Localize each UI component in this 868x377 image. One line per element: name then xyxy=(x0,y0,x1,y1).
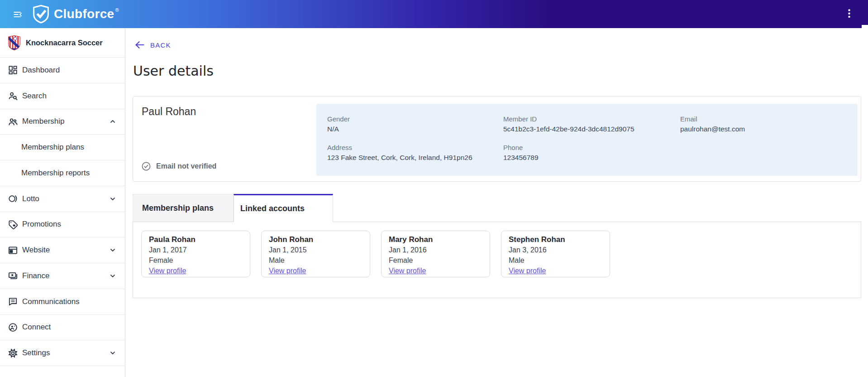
account-date: Jan 1, 2015 xyxy=(269,245,362,255)
info-field-email: Emailpaulrohan@test.com xyxy=(680,114,745,134)
view-profile-link[interactable]: View profile xyxy=(149,266,186,276)
club-crest-icon xyxy=(8,35,20,50)
chevron-down-icon xyxy=(110,247,116,253)
info-column: Emailpaulrohan@test.com xyxy=(680,104,745,134)
registered-mark: ® xyxy=(115,7,119,13)
account-name: Mary Rohan xyxy=(389,234,482,245)
chevron-down-icon xyxy=(110,196,116,202)
field-value: N/A xyxy=(327,124,472,134)
sidebar-item-membership[interactable]: Membership xyxy=(0,109,125,135)
info-column: GenderN/AAddress123 Fake Street, Cork, C… xyxy=(327,104,472,163)
chevron-up-icon xyxy=(110,118,116,125)
search-icon xyxy=(8,91,18,101)
sidebar-item-membership-reports[interactable]: Membership reports xyxy=(0,160,125,186)
overflow-menu-button[interactable] xyxy=(844,8,855,20)
account-gender: Male xyxy=(509,255,602,266)
kebab-menu-icon xyxy=(844,8,855,20)
sidebar-item-finance[interactable]: Finance xyxy=(0,263,125,289)
view-profile-link[interactable]: View profile xyxy=(509,266,546,276)
sidebar-item-promotions[interactable]: Promotions xyxy=(0,212,125,238)
linked-account-card: Paula RohanJan 1, 2017FemaleView profile xyxy=(141,231,250,277)
sidebar-item-website[interactable]: Website xyxy=(0,237,125,263)
chevron-down-icon xyxy=(110,350,116,356)
account-gender: Female xyxy=(149,255,243,266)
account-name: Paula Rohan xyxy=(149,234,243,245)
account-gender: Female xyxy=(389,255,482,266)
communications-icon xyxy=(8,296,18,307)
sidebar-item-communications[interactable]: Communications xyxy=(0,289,125,315)
brand-name: Clubforce xyxy=(54,4,114,24)
tab-bar: Membership plansLinked accounts xyxy=(133,194,333,222)
view-profile-link[interactable]: View profile xyxy=(269,266,306,276)
sidebar-item-label: Membership reports xyxy=(21,169,116,178)
linked-account-card: John RohanJan 1, 2015MaleView profile xyxy=(261,231,370,277)
info-field-address: Address123 Fake Street, Cork, Cork, Irel… xyxy=(327,143,472,163)
connect-icon xyxy=(8,322,18,333)
linked-account-card: Mary RohanJan 1, 2016FemaleView profile xyxy=(381,231,490,277)
email-status-label: Email not verified xyxy=(156,162,216,170)
linked-account-card: Stephen RohanJan 3, 2016MaleView profile xyxy=(501,231,610,277)
account-gender: Male xyxy=(269,255,362,266)
finance-icon xyxy=(8,271,18,281)
membership-icon xyxy=(8,116,18,127)
field-value: 123456789 xyxy=(503,152,634,163)
sidebar-item-label: Settings xyxy=(22,348,110,358)
info-field-gender: GenderN/A xyxy=(327,114,472,134)
field-label: Gender xyxy=(327,114,472,124)
field-label: Phone xyxy=(503,143,634,152)
settings-icon xyxy=(8,348,18,358)
sidebar-item-label: Connect xyxy=(22,323,116,332)
info-field-member-id: Member ID5c41b2c3-1efd-42be-924d-3dc4812… xyxy=(503,114,634,134)
sidebar-item-label: Finance xyxy=(22,271,110,280)
sidebar-item-label: Communications xyxy=(22,297,116,306)
account-name: John Rohan xyxy=(269,234,362,245)
scrollbar-corner xyxy=(862,25,868,28)
dashboard-icon xyxy=(8,65,18,75)
sidebar: Knocknacarra Soccer DashboardSearchMembe… xyxy=(0,28,125,377)
back-label: BACK xyxy=(150,41,171,49)
field-value: paulrohan@test.com xyxy=(680,124,745,134)
sidebar-item-dashboard[interactable]: Dashboard xyxy=(0,58,125,83)
info-field-phone: Phone123456789 xyxy=(503,143,634,163)
field-value: 123 Fake Street, Cork, Cork, Ireland, H9… xyxy=(327,152,472,163)
sidebar-item-label: Lotto xyxy=(22,194,110,203)
sidebar-item-settings[interactable]: Settings xyxy=(0,340,125,366)
brand: Clubforce ® xyxy=(33,4,119,24)
sidebar-item-connect[interactable]: Connect xyxy=(0,315,125,341)
back-arrow-icon xyxy=(134,40,145,49)
user-details-card: Paul Rohan Email not verified GenderN/AA… xyxy=(133,96,861,182)
sidebar-item-search[interactable]: Search xyxy=(0,83,125,109)
account-date: Jan 3, 2016 xyxy=(509,245,602,255)
chevron-down-icon xyxy=(110,273,116,279)
sidebar-item-label: Membership xyxy=(22,117,110,126)
linked-accounts-list: Paula RohanJan 1, 2017FemaleView profile… xyxy=(141,231,610,277)
sidebar-item-label: Membership plans xyxy=(21,143,116,152)
tab-membership-plans[interactable]: Membership plans xyxy=(133,194,234,222)
sidebar-item-label: Promotions xyxy=(22,220,116,229)
sidebar-item-lotto[interactable]: Lotto xyxy=(0,186,125,212)
club-header: Knocknacarra Soccer xyxy=(0,28,125,58)
email-status: Email not verified xyxy=(142,162,216,171)
field-label: Email xyxy=(680,114,745,124)
sidebar-item-label: Search xyxy=(22,92,116,101)
tab-label: Membership plans xyxy=(142,203,214,213)
sidebar-item-membership-plans[interactable]: Membership plans xyxy=(0,135,125,160)
account-name: Stephen Rohan xyxy=(509,234,602,245)
user-info-panel: GenderN/AAddress123 Fake Street, Cork, C… xyxy=(316,104,858,176)
app-header: Clubforce ® xyxy=(0,0,868,28)
sidebar-item-label: Dashboard xyxy=(22,66,116,75)
info-column: Member ID5c41b2c3-1efd-42be-924d-3dc4812… xyxy=(503,104,634,163)
field-label: Member ID xyxy=(503,114,634,124)
sidebar-toggle-button[interactable] xyxy=(13,10,23,19)
sidebar-nav: DashboardSearchMembershipMembership plan… xyxy=(0,58,125,366)
lotto-icon xyxy=(8,193,18,204)
sidebar-item-label: Website xyxy=(22,246,110,255)
user-name: Paul Rohan xyxy=(142,106,196,118)
promotions-icon xyxy=(8,219,18,230)
tab-linked-accounts[interactable]: Linked accounts xyxy=(234,194,333,222)
view-profile-link[interactable]: View profile xyxy=(389,266,426,276)
check-circle-icon xyxy=(142,162,151,171)
page-title: User details xyxy=(133,63,214,79)
back-link[interactable]: BACK xyxy=(134,40,171,49)
club-name: Knocknacarra Soccer xyxy=(26,39,103,47)
